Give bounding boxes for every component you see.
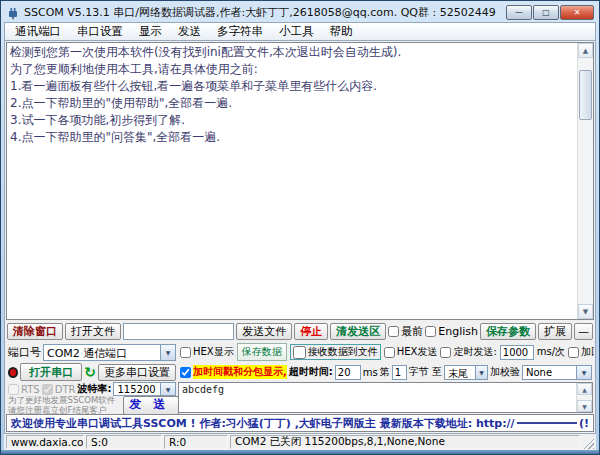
scroll-up-icon[interactable]: ▲ [577,383,592,395]
byte-end-value: 末尾 [445,366,475,379]
collapse-panel-button[interactable]: — [574,323,593,340]
open-file-button[interactable]: 打开文件 [65,323,121,340]
marquee-tail: (! [579,417,589,430]
window-title: SSCOM V5.13.1 串口/网络数据调试器,作者:大虾丁丁,2618058… [24,5,502,20]
send-button[interactable]: 发 送 [123,396,179,415]
menu-item[interactable]: 发送 [170,23,209,40]
file-path-input[interactable] [123,323,234,340]
send-scroll-track[interactable] [577,395,592,400]
save-data-button[interactable]: 保存数据 [237,343,287,361]
menu-item[interactable]: 小工具 [271,23,322,40]
timed-send-checkbox[interactable]: 定时发送: [440,345,496,359]
checksum-select[interactable]: None ▼ [522,365,592,380]
more-serial-settings-button[interactable]: 更多串口设置 [98,364,176,381]
timeout-label: 超时时间: [289,365,333,379]
menu-bar: 通讯端口串口设置显示发送多字符串小工具帮助 [4,22,596,40]
hex-display-label: HEX显示 [193,345,234,359]
open-port-button[interactable]: 打开串口 [20,363,82,381]
scroll-thumb[interactable] [579,70,592,120]
vertical-scrollbar[interactable]: ▲ ▼ [577,43,593,319]
settings-panel: 端口号 COM2 通信端口 ▼ 打开串口 ↻ 更多串口设置 RTS [6,342,594,414]
close-button[interactable]: ✕ [560,5,594,20]
window-controls: — □ ✕ [506,5,594,20]
scroll-up-icon[interactable]: ▲ [578,43,593,58]
add-crlf-checkbox-input[interactable] [568,347,579,358]
chevron-down-icon[interactable]: ▼ [576,366,591,379]
minimize-button[interactable]: — [506,5,532,20]
send-text[interactable]: abcdefg [179,383,576,412]
status-received-count: R:0 [164,435,228,449]
send-input-area[interactable]: abcdefg ▲ ▼ [178,382,593,413]
english-checkbox-input[interactable] [425,326,436,337]
menu-item[interactable]: 通讯端口 [7,23,69,40]
baud-select-value: 115200 [114,383,160,395]
byte-index-input[interactable] [392,365,407,380]
menu-item[interactable]: 多字符串 [209,23,271,40]
checksum-label: 加校验 [490,365,520,379]
receive-area[interactable]: 检测到您第一次使用本软件(没有找到ini配置文件,本次退出时会自动生成).为了您… [6,42,594,320]
receive-to-file-checkbox[interactable]: 接收数据到文件 [290,344,381,360]
port-select-value: COM2 通信端口 [44,345,160,360]
dtr-label: DTR [55,384,76,395]
extend-button[interactable]: 扩展 [538,323,572,340]
baud-label: 波特率: [77,382,111,396]
chevron-down-icon[interactable]: ▼ [160,345,175,360]
send-scrollbar[interactable]: ▲ ▼ [576,383,592,412]
rts-checkbox[interactable]: RTS [8,384,40,395]
port-select[interactable]: COM2 通信端口 ▼ [43,344,176,361]
hex-display-checkbox-input[interactable] [180,347,191,358]
byte-prefix-label: 第 [380,365,390,379]
hex-display-checkbox[interactable]: HEX显示 [180,345,234,359]
chevron-down-icon[interactable]: ▼ [160,383,175,395]
timed-send-checkbox-input[interactable] [440,347,451,358]
refresh-ports-icon[interactable]: ↻ [84,365,96,379]
maximize-button[interactable]: □ [533,5,559,20]
resize-grip[interactable] [582,435,594,449]
stop-button[interactable]: 停止 [294,323,328,340]
topmost-checkbox-input[interactable] [388,326,399,337]
timeout-input[interactable] [335,365,361,380]
add-crlf-label: 加回车换行 [581,345,594,359]
dtr-checkbox[interactable]: DTR [42,384,76,395]
receive-to-file-checkbox-input[interactable] [293,346,306,359]
scroll-track[interactable] [578,58,593,304]
menu-item[interactable]: 串口设置 [69,23,131,40]
app-icon [6,6,20,20]
menu-item[interactable]: 帮助 [322,23,361,40]
scroll-down-icon[interactable]: ▼ [578,304,593,319]
port-status-icon [8,367,18,378]
save-params-button[interactable]: 保存参数 [480,323,536,340]
port-label: 端口号 [8,345,41,360]
hex-send-checkbox-input[interactable] [384,347,395,358]
terminal-text: 检测到您第一次使用本软件(没有找到ini配置文件,本次退出时会自动生成).为了您… [7,43,577,319]
marquee-line [517,422,577,424]
menu-item[interactable]: 显示 [131,23,170,40]
hex-send-checkbox[interactable]: HEX发送 [384,345,438,359]
send-file-button[interactable]: 发送文件 [236,323,292,340]
title-bar[interactable]: SSCOM V5.13.1 串口/网络数据调试器,作者:大虾丁丁,2618058… [4,1,596,22]
dtr-checkbox-input[interactable] [42,384,53,395]
hex-send-label: HEX发送 [397,345,438,359]
byte-end-select[interactable]: 末尾 ▼ [444,365,488,380]
panel-left: 端口号 COM2 通信端口 ▼ 打开串口 ↻ 更多串口设置 RTS [6,342,178,414]
topmost-label: 最前 [401,324,423,339]
rts-checkbox-input[interactable] [8,384,19,395]
window-bottom-frame [1,450,599,454]
timestamp-checkbox-input[interactable] [180,367,191,378]
chevron-down-icon[interactable]: ▼ [475,366,487,379]
promo-line2: 请您注册嘉立创F结尾客户 [8,405,106,415]
add-crlf-checkbox[interactable]: 加回车换行 [568,345,594,359]
topmost-checkbox[interactable]: 最前 [388,324,423,339]
clear-send-area-button[interactable]: 清发送区 [330,323,386,340]
rts-label: RTS [21,384,40,395]
status-port-state: COM2 已关闭 115200bps,8,1,None,None [230,435,580,449]
baud-select[interactable]: 115200 ▼ [113,382,176,396]
timestamp-checkbox[interactable]: 加时间戳和分包显示, [180,365,287,379]
english-checkbox[interactable]: English [425,325,478,338]
panel-right: HEX显示 保存数据 接收数据到文件 HEX发送 定时发送: [178,342,594,414]
timed-send-interval-input[interactable] [500,345,534,360]
receive-to-file-label: 接收数据到文件 [308,345,378,359]
scroll-down-icon[interactable]: ▼ [577,400,592,412]
marquee-text: 欢迎使用专业串口调试工具SSCOM ! 作者:习小猛(丁丁) ,大虾电子网版主 … [11,416,515,431]
clear-window-button[interactable]: 清除窗口 [7,323,63,340]
